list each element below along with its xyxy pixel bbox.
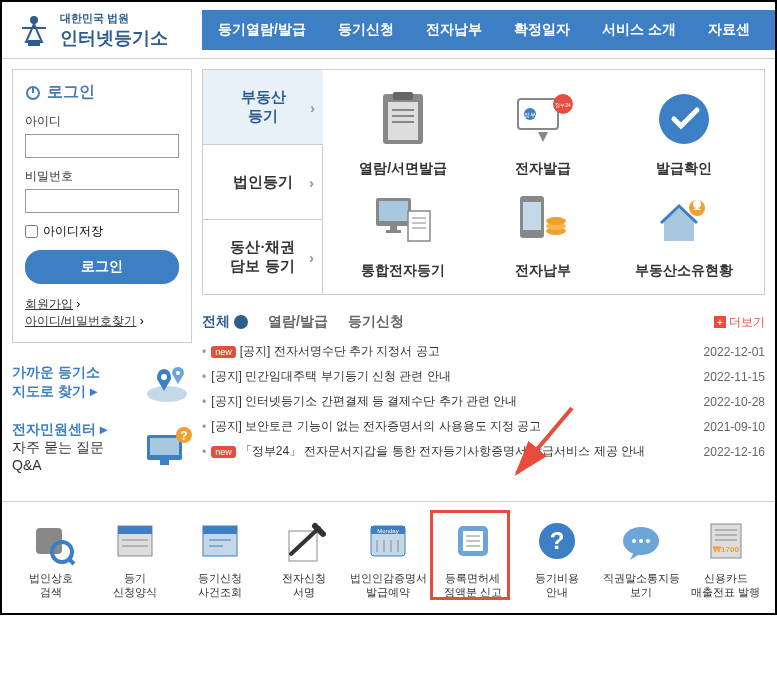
- bullet-icon: •: [202, 420, 206, 434]
- nav-apply[interactable]: 등기신청: [322, 21, 410, 39]
- svg-point-67: [632, 539, 636, 543]
- svg-text:정부: 정부: [524, 112, 536, 118]
- bullet-icon: •: [202, 345, 206, 359]
- notice-item[interactable]: •[공지] 보안토큰 기능이 없는 전자증명서의 사용용도 지정 공고2021-…: [202, 414, 765, 439]
- bullet-icon: •: [202, 370, 206, 384]
- bullet-icon: •: [202, 445, 206, 459]
- svg-text:?: ?: [180, 429, 187, 443]
- svg-point-68: [639, 539, 643, 543]
- notice-item[interactable]: •new[공지] 전자서명수단 추가 지정서 공고2022-12-01: [202, 339, 765, 364]
- chevron-right-icon: ›: [310, 99, 315, 116]
- logo[interactable]: 대한민국 법원 인터넷등기소: [2, 2, 202, 58]
- new-badge: new: [211, 446, 236, 458]
- signup-link[interactable]: 회원가입: [25, 297, 73, 311]
- notice-date: 2022-12-01: [704, 345, 765, 359]
- bottom-shortcut-0[interactable]: 법인상호검색: [12, 516, 90, 600]
- svg-point-38: [693, 200, 701, 208]
- nav-resources[interactable]: 자료센: [692, 21, 766, 39]
- svg-text:정부24: 정부24: [556, 102, 572, 108]
- svg-point-23: [659, 94, 709, 144]
- remember-checkbox[interactable]: [25, 225, 38, 238]
- notice-item[interactable]: •[공지] 민간임대주택 부기등기 신청 관련 안내2022-11-15: [202, 364, 765, 389]
- bottom-shortcut-6[interactable]: ?등기비용안내: [518, 516, 596, 600]
- service-panel: 부동산 등기› 법인등기› 동산·채권 담보 등기› 열람/서면발급 정부정부2…: [202, 69, 765, 295]
- svg-rect-26: [390, 226, 397, 230]
- nearby-office-link[interactable]: 가까운 등기소 지도로 찾기 ▸: [12, 359, 192, 404]
- svg-rect-9: [160, 460, 169, 465]
- tab-corporate[interactable]: 법인등기›: [203, 145, 323, 220]
- clipboard-icon: [368, 84, 438, 154]
- shortcut-icon: [26, 516, 76, 566]
- pw-label: 비밀번호: [25, 168, 179, 185]
- nav-service-intro[interactable]: 서비스 소개: [586, 21, 692, 39]
- svg-rect-48: [203, 526, 237, 534]
- svg-point-5: [161, 374, 167, 380]
- bottom-shortcut-3[interactable]: 전자신청서명: [265, 516, 343, 600]
- notice-title: [공지] 전자서명수단 추가 지정서 공고: [240, 343, 704, 360]
- login-box: 로그인 아이디 비밀번호 아이디저장 로그인 회원가입 › 아이디/비밀번호찾기…: [12, 69, 192, 343]
- svg-point-69: [646, 539, 650, 543]
- check-circle-icon: [649, 84, 719, 154]
- ecenter-link[interactable]: 전자민원센터 ▸ 자주 묻는 질문 Q&A ?: [12, 420, 192, 475]
- notice-more-link[interactable]: +더보기: [714, 314, 765, 331]
- notice-date: 2022-10-28: [704, 395, 765, 409]
- notice-tab-all[interactable]: 전체: [202, 313, 248, 331]
- notice-tab-apply[interactable]: 등기신청: [348, 313, 404, 331]
- chevron-right-icon: ›: [309, 249, 314, 266]
- notice-item[interactable]: •new「정부24」 전자문서지갑을 통한 전자등기사항증명서 발급서비스 제공…: [202, 439, 765, 464]
- shortcut-icon: [448, 516, 498, 566]
- service-ownership[interactable]: 부동산소유현황: [618, 186, 750, 280]
- nav-epay[interactable]: 전자납부: [410, 21, 498, 39]
- svg-point-6: [176, 371, 180, 375]
- service-epay[interactable]: 전자납부: [477, 186, 609, 280]
- house-person-icon: [649, 186, 719, 256]
- svg-text:₩1700: ₩1700: [713, 545, 739, 554]
- new-badge: new: [211, 346, 236, 358]
- bottom-shortcut-1[interactable]: 등기신청양식: [96, 516, 174, 600]
- eissue-icon: 정부정부24: [508, 84, 578, 154]
- svg-rect-14: [393, 92, 413, 100]
- nav-view-issue[interactable]: 등기열람/발급: [202, 21, 322, 39]
- monitor-question-icon: ?: [142, 425, 192, 470]
- svg-line-42: [68, 558, 74, 564]
- notice-title: [공지] 보안토큰 기능이 없는 전자증명서의 사용용도 지정 공고: [211, 418, 703, 435]
- nav-fixed-date[interactable]: 확정일자: [498, 21, 586, 39]
- chevron-right-icon: ›: [309, 174, 314, 191]
- tab-movable[interactable]: 동산·채권 담보 등기›: [203, 220, 323, 294]
- shortcut-icon: [616, 516, 666, 566]
- id-input[interactable]: [25, 134, 179, 158]
- remember-label: 아이디저장: [43, 223, 103, 240]
- shortcut-icon: ?: [532, 516, 582, 566]
- bottom-shortcut-7[interactable]: 직권말소통지등보기: [602, 516, 680, 600]
- bottom-shortcut-2[interactable]: 등기신청사건조회: [181, 516, 259, 600]
- logo-subtitle: 대한민국 법원: [60, 11, 168, 26]
- notice-tab-view[interactable]: 열람/발급: [268, 313, 328, 331]
- bottom-shortcuts: 법인상호검색등기신청양식등기신청사건조회전자신청서명Monday법인인감증명서발…: [2, 501, 775, 614]
- court-logo-icon: [14, 10, 54, 50]
- svg-rect-27: [386, 230, 401, 233]
- service-issue-confirm[interactable]: 발급확인: [618, 84, 750, 178]
- login-button[interactable]: 로그인: [25, 250, 179, 284]
- notice-item[interactable]: •[공지] 인터넷등기소 간편결제 등 결제수단 추가 관련 안내2022-10…: [202, 389, 765, 414]
- tab-realestate[interactable]: 부동산 등기›: [203, 70, 323, 145]
- svg-point-36: [546, 217, 566, 225]
- notice-title: [공지] 인터넷등기소 간편결제 등 결제수단 추가 관련 안내: [211, 393, 703, 410]
- bottom-shortcut-8[interactable]: ₩1700신용카드매출전표 발행: [687, 516, 765, 600]
- service-integrated-ereg[interactable]: 통합전자등기: [337, 186, 469, 280]
- pw-input[interactable]: [25, 189, 179, 213]
- id-label: 아이디: [25, 113, 179, 130]
- shortcut-icon: [195, 516, 245, 566]
- find-credentials-link[interactable]: 아이디/비밀번호찾기: [25, 314, 136, 328]
- service-view-print[interactable]: 열람/서면발급: [337, 84, 469, 178]
- notice-date: 2022-12-16: [704, 445, 765, 459]
- svg-rect-44: [118, 526, 152, 534]
- bottom-shortcut-5[interactable]: 등록면허세정액분 신고: [434, 516, 512, 600]
- header: 대한민국 법원 인터넷등기소 등기열람/발급 등기신청 전자납부 확정일자 서비…: [2, 2, 775, 59]
- bullet-icon: •: [202, 395, 206, 409]
- phone-coins-icon: [508, 186, 578, 256]
- bottom-shortcut-4[interactable]: Monday법인인감증명서발급예약: [349, 516, 427, 600]
- login-title: 로그인: [25, 82, 179, 103]
- logo-title: 인터넷등기소: [60, 26, 168, 50]
- notice-date: 2022-11-15: [704, 370, 765, 384]
- service-eissue[interactable]: 정부정부24 전자발급: [477, 84, 609, 178]
